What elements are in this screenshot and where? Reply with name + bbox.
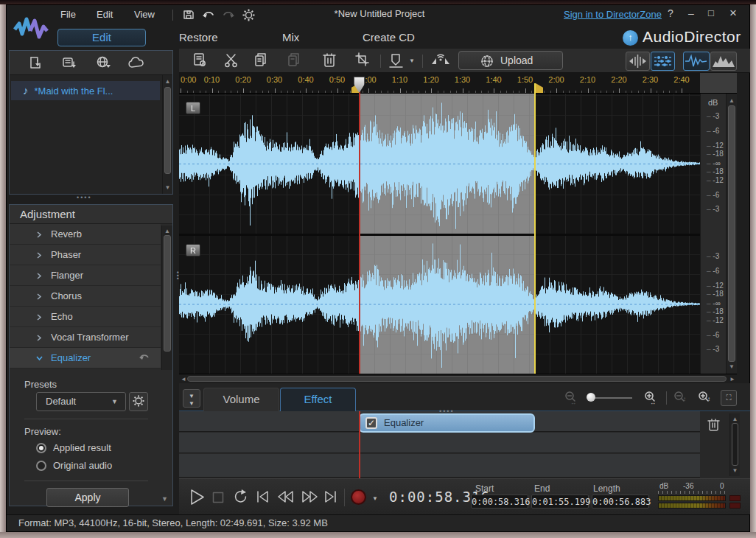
radio-original-audio[interactable]: Original audio bbox=[36, 460, 112, 472]
copy-icon[interactable] bbox=[253, 52, 270, 69]
scroll-up-icon[interactable]: ▲ bbox=[727, 97, 737, 104]
tab-effect[interactable]: Effect bbox=[280, 388, 356, 411]
effect-track-row[interactable] bbox=[179, 454, 700, 478]
trim-icon[interactable] bbox=[355, 52, 371, 69]
tab-restore[interactable]: Restore bbox=[179, 31, 218, 43]
effect-track-row[interactable] bbox=[179, 433, 700, 453]
import-folder-icon[interactable] bbox=[62, 56, 78, 70]
fast-forward-button[interactable] bbox=[301, 490, 318, 503]
preset-dropdown[interactable]: Default▼ bbox=[36, 392, 126, 411]
go-to-start-button[interactable] bbox=[256, 490, 269, 503]
marker-dropdown-arrow[interactable]: ▼ bbox=[409, 57, 415, 64]
rewind-button[interactable] bbox=[277, 490, 295, 503]
scroll-down-icon[interactable]: ▼ bbox=[727, 363, 737, 370]
waveform-vertical-scrollbar[interactable]: ▲ ▼ bbox=[726, 94, 737, 374]
tab-edit[interactable]: Edit bbox=[57, 29, 146, 46]
scroll-right-icon[interactable]: ► bbox=[729, 376, 735, 382]
adjustment-scrollbar[interactable]: ▲ bbox=[161, 226, 172, 370]
sidebar-item-phaser[interactable]: Phaser bbox=[10, 245, 161, 265]
scroll-up-icon[interactable]: ▲ bbox=[162, 228, 172, 234]
directorzone-upload-icon[interactable]: ↑ bbox=[623, 30, 638, 46]
sidebar-item-equalizer[interactable]: Equalizer bbox=[10, 348, 161, 368]
zoom-out-horizontal-icon[interactable]: ↔ bbox=[564, 391, 578, 405]
tab-volume[interactable]: Volume bbox=[203, 388, 279, 411]
help-button[interactable]: ? bbox=[668, 7, 673, 19]
mixer-view-button[interactable] bbox=[651, 52, 675, 71]
scroll-up-icon[interactable]: ▲ bbox=[163, 78, 172, 85]
start-value[interactable]: 0:00:58.316 bbox=[471, 495, 528, 509]
waveform-left-channel[interactable] bbox=[179, 94, 700, 234]
undo-icon[interactable] bbox=[202, 9, 215, 21]
record-button[interactable] bbox=[351, 489, 366, 505]
checkbox-checked-icon[interactable]: ✓ bbox=[365, 417, 377, 429]
library-track-item[interactable]: ♪*Maid with the Fl... bbox=[11, 81, 160, 100]
minimize-button[interactable]: – bbox=[688, 7, 694, 19]
library-scrollbar[interactable]: ▲ ▼ bbox=[162, 75, 172, 194]
scroll-up-icon[interactable]: ▲ bbox=[730, 416, 740, 422]
play-button[interactable] bbox=[189, 489, 206, 506]
redo-icon[interactable] bbox=[222, 9, 235, 21]
sidebar-item-echo[interactable]: Echo bbox=[10, 307, 161, 327]
close-button[interactable]: × bbox=[729, 6, 737, 21]
waveform-horizontal-scrollbar[interactable]: ◄ ► bbox=[179, 374, 737, 383]
radio-applied-result[interactable]: Applied result bbox=[36, 442, 111, 454]
paste-icon[interactable] bbox=[287, 52, 303, 69]
save-icon[interactable] bbox=[183, 9, 195, 21]
collapse-tracks-button[interactable]: ▼▼ bbox=[183, 389, 200, 408]
record-dropdown-arrow[interactable]: ▼ bbox=[372, 495, 378, 502]
apply-button[interactable]: Apply bbox=[46, 488, 129, 507]
menu-file[interactable]: File bbox=[60, 9, 76, 20]
zoom-in-vertical-icon[interactable]: ↕ bbox=[697, 391, 712, 405]
waveform-display[interactable]: L R bbox=[179, 94, 700, 374]
denoise-icon[interactable] bbox=[431, 52, 450, 69]
delete-effect-icon[interactable] bbox=[707, 418, 720, 432]
tab-mix[interactable]: Mix bbox=[282, 31, 299, 43]
loop-button[interactable] bbox=[233, 489, 249, 505]
import-file-icon[interactable] bbox=[29, 56, 43, 70]
selection-end-line[interactable] bbox=[534, 83, 536, 374]
zoom-out-vertical-icon[interactable]: ↕ bbox=[673, 391, 687, 405]
scroll-left-icon[interactable]: ◄ bbox=[181, 376, 186, 382]
panel-splitter-handle[interactable]: •••• bbox=[77, 194, 92, 201]
sidebar-item-chorus[interactable]: Chorus bbox=[10, 286, 161, 307]
compress-view-button[interactable] bbox=[626, 52, 650, 71]
length-value[interactable]: 0:00:56.883 bbox=[592, 495, 649, 509]
sidebar-item-reverb[interactable]: Reverb bbox=[10, 224, 161, 245]
go-to-end-button[interactable] bbox=[324, 490, 337, 503]
zoom-slider-thumb[interactable] bbox=[587, 393, 595, 402]
properties-icon[interactable] bbox=[192, 52, 209, 69]
right-channel-badge[interactable]: R bbox=[186, 244, 200, 256]
playhead-line[interactable] bbox=[359, 78, 360, 374]
settings-gear-icon[interactable] bbox=[242, 9, 255, 21]
sidebar-item-vocal-transformer[interactable]: Vocal Transformer bbox=[10, 327, 161, 348]
waveform-right-channel[interactable] bbox=[179, 236, 700, 372]
timeline-ruler[interactable]: 0:000:100:200:300:400:501:001:101:201:30… bbox=[179, 73, 700, 94]
preset-gear-button[interactable] bbox=[129, 392, 148, 411]
stop-button[interactable] bbox=[212, 492, 224, 503]
tracks-scrollbar[interactable]: ▲ ▼ bbox=[729, 413, 740, 476]
menu-view[interactable]: View bbox=[134, 9, 155, 20]
maximize-button[interactable]: □ bbox=[708, 7, 714, 18]
tab-create-cd[interactable]: Create CD bbox=[363, 31, 415, 43]
zoom-in-horizontal-icon[interactable]: ↔ bbox=[643, 391, 658, 405]
sidebar-item-flanger[interactable]: Flanger bbox=[10, 265, 161, 286]
end-value[interactable]: 0:01:55.199 bbox=[531, 495, 589, 509]
left-channel-badge[interactable]: L bbox=[186, 102, 200, 114]
upload-button[interactable]: Upload bbox=[458, 51, 563, 70]
scroll-down-icon[interactable]: ▼ bbox=[730, 467, 740, 474]
menu-edit[interactable]: Edit bbox=[97, 9, 113, 20]
zoom-slider[interactable] bbox=[589, 397, 632, 399]
scroll-down-icon[interactable]: ▼ bbox=[163, 184, 172, 191]
signin-link[interactable]: Sign in to DirectorZone bbox=[564, 9, 662, 20]
cut-scissors-icon[interactable] bbox=[224, 52, 240, 69]
marker-tool-icon[interactable] bbox=[388, 52, 405, 69]
spectrum-view-button[interactable] bbox=[710, 52, 737, 71]
fit-to-window-icon[interactable]: ⛶ bbox=[721, 390, 737, 406]
download-from-web-icon[interactable] bbox=[96, 55, 112, 70]
cloud-icon[interactable] bbox=[127, 57, 147, 69]
delete-trash-icon[interactable] bbox=[322, 52, 337, 69]
equalizer-effect-clip[interactable]: ✓ Equalizer bbox=[359, 413, 535, 433]
scroll-down-icon[interactable]: ▼ bbox=[161, 495, 168, 503]
waveform-view-button[interactable] bbox=[683, 52, 710, 71]
reset-icon[interactable] bbox=[139, 352, 150, 363]
